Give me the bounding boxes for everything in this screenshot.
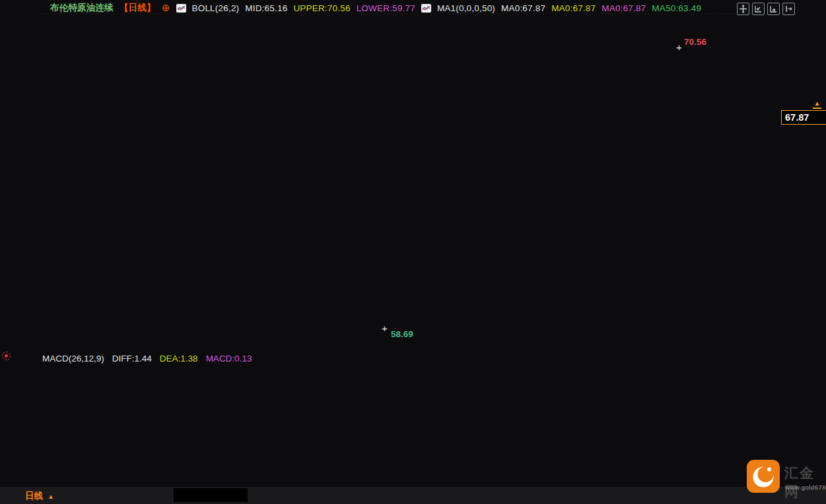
ma0-value-white: MA0:67.87 bbox=[501, 3, 545, 13]
macd-label: MACD(26,12,9) bbox=[42, 354, 104, 363]
high-cross-marker: + bbox=[676, 42, 682, 52]
high-price-annotation: 70.56 bbox=[684, 37, 706, 47]
boll-lower-value: LOWER:59.77 bbox=[357, 3, 415, 13]
redaction-box bbox=[174, 488, 248, 502]
record-dot-icon bbox=[2, 352, 11, 360]
period-selector[interactable]: 日线 ▲ bbox=[25, 490, 54, 502]
ma50-value: MA50:63.49 bbox=[652, 3, 701, 13]
boll-mid-value: MID:65.16 bbox=[245, 3, 287, 13]
chart-header: 布伦特原油连续 【日线】 ⊕ BOLL(26,2) MID:65.16 UPPE… bbox=[50, 2, 701, 14]
low-price-annotation: 58.69 bbox=[391, 329, 413, 339]
chart-toolbar bbox=[737, 3, 795, 15]
boll-upper-value: UPPER:70.56 bbox=[293, 3, 350, 13]
brand-name: 汇金网 bbox=[784, 464, 826, 501]
boll-label: BOLL(26,2) bbox=[192, 3, 240, 13]
ma0-value-magenta: MA0:67.87 bbox=[602, 3, 646, 13]
fit-right-axis-icon[interactable] bbox=[767, 3, 780, 15]
ma-chart-icon[interactable] bbox=[421, 4, 431, 13]
circle-plus-icon[interactable]: ⊕ bbox=[162, 4, 170, 12]
indicator-chart-icon[interactable] bbox=[176, 4, 186, 13]
low-cross-marker: + bbox=[382, 323, 388, 333]
crosshair-move-icon[interactable] bbox=[737, 3, 749, 15]
ma-group-label: MA1(0,0,0,50) bbox=[437, 3, 495, 13]
chevron-up-icon: ▲ bbox=[48, 493, 54, 500]
chart-app: 布伦特原油连续 【日线】 ⊕ BOLL(26,2) MID:65.16 UPPE… bbox=[0, 0, 826, 504]
ma0-value-yellow: MA0:67.87 bbox=[551, 3, 596, 13]
gold678-logo[interactable] bbox=[747, 460, 780, 495]
instrument-title[interactable]: 布伦特原油连续 bbox=[50, 2, 114, 14]
time-axis-bar: 日线 ▲ bbox=[0, 486, 826, 504]
macd-macd-value: MACD:0.13 bbox=[206, 354, 252, 363]
last-price-badge: 67.87 bbox=[781, 110, 826, 125]
macd-dea-value: DEA:1.38 bbox=[160, 354, 198, 363]
period-tag[interactable]: 【日线】 bbox=[120, 2, 156, 14]
brand-url: www.gold678.com bbox=[785, 484, 826, 491]
jump-to-latest-icon[interactable]: ▲ bbox=[813, 100, 821, 109]
fit-left-axis-icon[interactable] bbox=[752, 3, 765, 15]
period-label: 日线 bbox=[25, 490, 43, 502]
macd-diff-value: DIFF:1.44 bbox=[112, 354, 152, 363]
shift-right-icon[interactable] bbox=[782, 3, 795, 15]
price-macd-chart[interactable] bbox=[0, 0, 826, 486]
macd-header: MACD(26,12,9) DIFF:1.44 DEA:1.38 MACD:0.… bbox=[42, 354, 252, 363]
